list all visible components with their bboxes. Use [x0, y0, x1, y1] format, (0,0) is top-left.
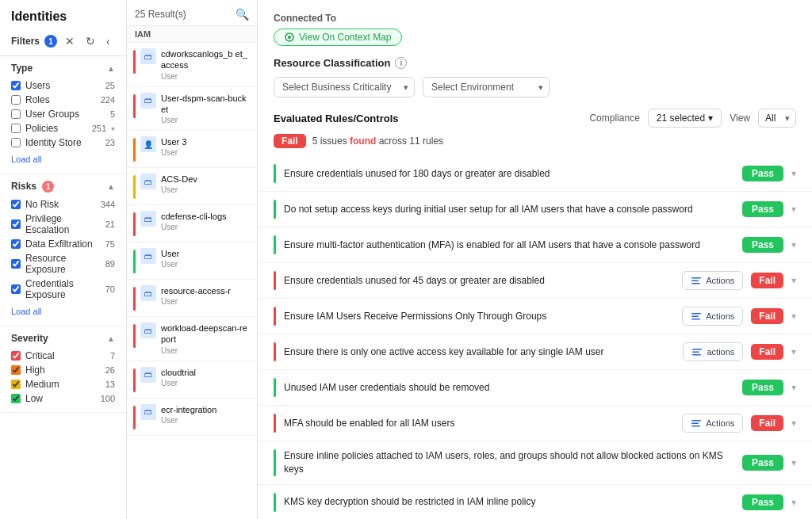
- list-item[interactable]: 👤 User 3 User: [127, 131, 257, 168]
- rules-controls: Compliance 21 selected ▾ View All: [589, 109, 796, 128]
- actions-button[interactable]: actions: [683, 342, 743, 361]
- pass-badge: Pass: [742, 494, 783, 510]
- refresh-filter-button[interactable]: ↻: [82, 33, 98, 49]
- pass-badge: Pass: [742, 166, 783, 181]
- item-name: ecr-integration: [161, 404, 251, 415]
- filter-privilege-escalation: Privilege Escalation 21: [11, 212, 115, 237]
- list-item[interactable]: 🗃 ecr-integration User: [127, 399, 257, 436]
- view-select[interactable]: All: [758, 109, 796, 128]
- filter-policies-checkbox[interactable]: [11, 124, 21, 133]
- actions-icon: [691, 311, 702, 322]
- filter-medium-checkbox[interactable]: [11, 380, 21, 389]
- sidebar-title: Identities: [0, 0, 126, 30]
- list-item[interactable]: 🗃 cloudtrial User: [127, 361, 257, 399]
- rule-status-bar: [274, 414, 276, 433]
- filter-identity-store-checkbox[interactable]: [11, 138, 21, 147]
- list-item[interactable]: 🗃 workload-deepscan-report User: [127, 317, 257, 361]
- filter-users-checkbox[interactable]: [11, 81, 21, 90]
- filter-privilege-escalation-checkbox[interactable]: [11, 219, 21, 229]
- view-context-map-button[interactable]: View On Context Map: [274, 29, 402, 46]
- item-name: User: [161, 248, 251, 259]
- rule-text: Ensure credentials unused for 45 days or…: [284, 274, 674, 288]
- list-item[interactable]: 🗃 cdworkscanlogs_b et_access User: [127, 43, 257, 87]
- rule-expand-icon[interactable]: ▾: [791, 497, 796, 508]
- selected-badge-button[interactable]: 21 selected ▾: [648, 109, 722, 128]
- rule-status-bar: [274, 271, 276, 290]
- filter-critical: Critical 7: [11, 349, 115, 363]
- filter-high-checkbox[interactable]: [11, 365, 21, 375]
- svg-rect-3: [691, 280, 699, 282]
- filter-critical-checkbox[interactable]: [11, 351, 21, 361]
- item-icon: 🗃: [140, 367, 156, 383]
- rule-expand-icon[interactable]: ▾: [791, 457, 796, 468]
- list-item[interactable]: 🗃 User User: [127, 242, 257, 280]
- list-item[interactable]: 🗃 User-dspm-scan-bucket User: [127, 87, 257, 132]
- item-icon: 🗃: [140, 211, 156, 227]
- rule-row: Unused IAM user credentials should be re…: [258, 370, 812, 406]
- item-type: User: [161, 223, 251, 231]
- filter-resource-exposure-checkbox[interactable]: [11, 259, 21, 269]
- rule-expand-icon[interactable]: ▾: [791, 418, 796, 429]
- actions-button[interactable]: Actions: [682, 307, 743, 326]
- filter-credentials-exposure-checkbox[interactable]: [11, 284, 21, 294]
- item-icon: 🗃: [140, 174, 156, 189]
- rule-status-bar: [274, 164, 276, 183]
- severity-section-header[interactable]: Severity ▲: [11, 333, 115, 344]
- rule-expand-icon[interactable]: ▾: [791, 204, 796, 215]
- rule-row: Ensure multi-factor authentication (MFA)…: [258, 227, 812, 263]
- pass-badge: Pass: [742, 201, 783, 217]
- info-icon[interactable]: i: [395, 57, 407, 69]
- severity-indicator: [133, 175, 136, 199]
- risks-load-all-button[interactable]: Load all: [11, 303, 42, 319]
- actions-button[interactable]: Actions: [682, 414, 743, 433]
- list-items: 🗃 cdworkscanlogs_b et_access User 🗃 User…: [127, 43, 257, 519]
- list-item[interactable]: 🗃 cdefense-cli-logs User: [127, 205, 257, 242]
- rule-status-bar: [274, 235, 276, 254]
- rule-expand-icon[interactable]: ▾: [791, 382, 796, 393]
- clear-filter-button[interactable]: ✕: [62, 33, 78, 49]
- filter-user-groups-label: User Groups: [25, 109, 79, 120]
- rule-expand-icon[interactable]: ▾: [791, 168, 796, 179]
- fail-badge: Fail: [274, 134, 306, 148]
- rule-expand-icon[interactable]: ▾: [791, 275, 796, 286]
- item-type: User: [161, 346, 251, 355]
- business-criticality-select[interactable]: Select Business Criticality: [274, 77, 415, 97]
- actions-label: actions: [707, 347, 734, 357]
- filter-low-checkbox[interactable]: [11, 394, 21, 403]
- pass-badge: Pass: [742, 455, 783, 471]
- environment-select[interactable]: Select Environment: [423, 77, 550, 97]
- rule-row: Ensure IAM Users Receive Permissions Onl…: [258, 299, 812, 334]
- svg-rect-12: [691, 423, 699, 425]
- item-type: User: [161, 416, 251, 425]
- list-item[interactable]: 🗃 resource-access-r User: [127, 280, 257, 317]
- filter-user-groups-checkbox[interactable]: [11, 109, 21, 119]
- middle-list: 25 Result(s) 🔍 IAM 🗃 cdworkscanlogs_b et…: [127, 0, 258, 519]
- rule-expand-icon[interactable]: ▾: [791, 311, 796, 322]
- filters-bar: Filters 1 ✕ ↻ ‹: [0, 30, 126, 56]
- dropdowns-row: Select Business Criticality Select Envir…: [274, 77, 796, 97]
- actions-label: Actions: [706, 276, 734, 285]
- svg-rect-4: [691, 283, 700, 284]
- collapse-sidebar-button[interactable]: ‹: [103, 33, 113, 49]
- type-load-all-button[interactable]: Load all: [11, 151, 42, 167]
- filter-low-count: 100: [101, 394, 115, 403]
- rule-expand-icon[interactable]: ▾: [791, 239, 796, 250]
- list-item[interactable]: 🗃 ACS-Dev User: [127, 168, 257, 205]
- rule-row: Do not setup access keys during initial …: [258, 192, 812, 227]
- severity-indicator: [133, 212, 136, 236]
- actions-button[interactable]: Actions: [682, 271, 743, 290]
- rule-text: Ensure IAM Users Receive Permissions Onl…: [284, 310, 674, 323]
- rule-expand-icon[interactable]: ▾: [791, 346, 796, 357]
- risks-section-header[interactable]: Risks 1 ▲: [11, 181, 115, 193]
- pass-badge: Pass: [742, 237, 783, 253]
- filter-no-risk-checkbox[interactable]: [11, 200, 21, 209]
- type-section-header[interactable]: Type ▲: [11, 63, 115, 74]
- search-icon[interactable]: 🔍: [236, 8, 249, 21]
- item-name: cdefense-cli-logs: [161, 211, 251, 222]
- item-type: User: [161, 185, 251, 194]
- filter-roles-checkbox[interactable]: [11, 95, 21, 105]
- filter-policies-count: 251: [92, 124, 106, 133]
- filter-data-exfiltration-checkbox[interactable]: [11, 239, 21, 249]
- filter-critical-label: Critical: [25, 350, 55, 361]
- rule-status-bar: [274, 342, 276, 361]
